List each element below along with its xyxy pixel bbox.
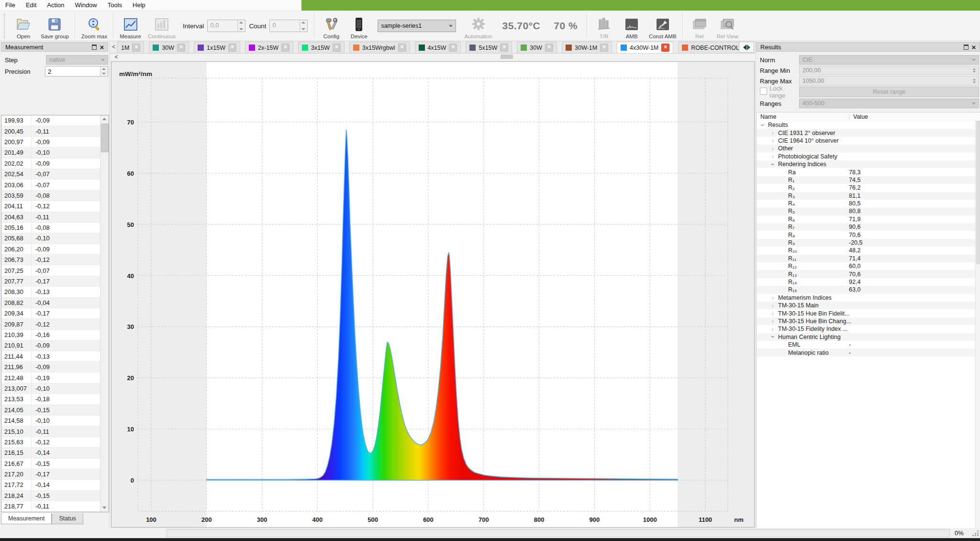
measurement-row[interactable]: 210,91-0,09: [1, 340, 100, 351]
tab-robe-control-236-[interactable]: ROBE-CONTROL-236-×: [678, 42, 739, 53]
resize-grip-icon[interactable]: [972, 530, 979, 538]
measurement-row[interactable]: 208,82-0,04: [1, 298, 100, 308]
scroll-down-icon[interactable]: [100, 504, 109, 512]
tree-item-r-[interactable]: R₁₄92,4: [757, 278, 980, 286]
tab-close-button[interactable]: ×: [661, 44, 669, 52]
close-panel-button[interactable]: ×: [970, 44, 978, 51]
measurement-row[interactable]: 209,34-0,17: [1, 308, 100, 319]
scrollbar-thumb[interactable]: [101, 124, 109, 152]
measurement-row[interactable]: 216,67-0,15: [1, 459, 100, 469]
range-min-input[interactable]: 200,00: [799, 66, 979, 75]
device-button[interactable]: Device: [345, 11, 373, 40]
tree-item-cie-1964-10-observer[interactable]: ›CIE 1964 10° observer: [757, 137, 980, 145]
spinner-arrows-icon[interactable]: [973, 79, 976, 83]
tree-item-tm-30-15-main[interactable]: ›TM-30-15 Main: [757, 302, 980, 309]
measurement-row[interactable]: 203,59-0,08: [1, 191, 100, 201]
tab-5x15w[interactable]: 5x15W×: [466, 42, 512, 53]
measurement-row[interactable]: 212,48-0,19: [1, 372, 100, 383]
float-panel-button[interactable]: [90, 44, 98, 51]
measurement-row[interactable]: 206,20-0,09: [1, 244, 100, 255]
measurement-row[interactable]: 208,30-0,13: [1, 287, 100, 297]
tab-3x15wrgbwl[interactable]: 3x15Wrgbwl×: [349, 42, 410, 53]
results-tree-scrollbar[interactable]: [975, 121, 980, 537]
measurement-row[interactable]: 213,007-0,10: [1, 383, 100, 394]
scrollbar-thumb[interactable]: [976, 121, 980, 264]
panel-splitter[interactable]: [755, 41, 756, 538]
measurement-row[interactable]: 202,02-0,09: [1, 158, 100, 169]
chevron-collapsed-icon[interactable]: ›: [769, 137, 776, 144]
measure-button[interactable]: Measure: [116, 11, 145, 40]
tree-item-r-[interactable]: R₉-20,5: [757, 239, 980, 247]
tree-item-other[interactable]: ›Other: [757, 145, 980, 152]
measurement-row[interactable]: 215,10-0,11: [1, 426, 100, 437]
measurement-row[interactable]: 215,63-0,12: [1, 437, 100, 448]
tab-scroll-left-icon[interactable]: <: [111, 44, 117, 51]
float-panel-button[interactable]: [962, 44, 970, 51]
count-input[interactable]: 0: [269, 20, 308, 32]
interval-spinner-arrows-icon[interactable]: [237, 20, 245, 32]
scroll-up-icon[interactable]: [100, 115, 109, 123]
tab-close-button[interactable]: ×: [545, 44, 553, 52]
tab-close-button[interactable]: ×: [132, 44, 140, 52]
measurement-row[interactable]: 204,11-0,12: [1, 201, 100, 212]
tab-1x15w[interactable]: 1x15W×: [194, 42, 240, 53]
tree-item-tm-30-15-hue-bin-fidelit-[interactable]: ›TM-30-15 Hue Bin Fidelit...: [757, 309, 980, 317]
measurement-row[interactable]: 200,45-0,11: [1, 126, 100, 136]
tree-item-r-[interactable]: R₃81,1: [757, 192, 980, 200]
tree-item-human-centric-lighting[interactable]: ›Human Centric Lighting: [757, 333, 980, 341]
tree-item-melanopic-ratio[interactable]: Melanopic ratio-: [757, 349, 980, 356]
continuous-button[interactable]: Continuous: [145, 11, 179, 40]
rel-view-button[interactable]: Rel View: [713, 11, 742, 40]
tab-measurement[interactable]: Measurement: [1, 513, 52, 524]
tab-close-button[interactable]: ×: [177, 44, 185, 52]
amb-button[interactable]: AMB: [618, 11, 646, 40]
tab-status[interactable]: Status: [52, 513, 83, 524]
tab-1m[interactable]: 1M×: [117, 42, 144, 53]
chevron-collapsed-icon[interactable]: ›: [769, 302, 776, 309]
measurement-row[interactable]: 203,06-0,07: [1, 180, 100, 190]
measurement-row[interactable]: 205,68-0,10: [1, 233, 100, 244]
tree-item-r-[interactable]: R₆71,9: [757, 215, 980, 223]
series-select[interactable]: sample-series1: [378, 20, 456, 32]
menu-edit[interactable]: Edit: [21, 0, 42, 11]
measurement-row[interactable]: 211,44-0,13: [1, 351, 100, 362]
scrollbar-thumb[interactable]: [501, 55, 513, 59]
chevron-expanded-icon[interactable]: ›: [759, 122, 767, 128]
tab-30w[interactable]: 30W×: [149, 42, 189, 53]
tab-3x15w[interactable]: 3x15W×: [298, 42, 345, 53]
spinner-arrows-icon[interactable]: [973, 68, 976, 73]
tree-item-r-[interactable]: R₄80,5: [757, 200, 980, 207]
tr-button[interactable]: T/R: [590, 11, 618, 40]
measurement-row[interactable]: 209,87-0,12: [1, 319, 100, 329]
tree-item-r-[interactable]: R₂76,2: [757, 184, 980, 192]
measurement-row[interactable]: 206,73-0,12: [1, 255, 100, 265]
ranges-select[interactable]: 400-500: [799, 99, 979, 108]
measurement-row[interactable]: 200,97-0,09: [1, 137, 100, 147]
tree-item-r-[interactable]: R₈70,6: [757, 231, 980, 238]
chevron-collapsed-icon[interactable]: ›: [769, 294, 776, 301]
measurement-row[interactable]: 218,24-0,15: [1, 491, 100, 501]
precision-input[interactable]: 2: [45, 66, 108, 77]
tree-item-photobiological-safety[interactable]: ›Photobiological Safety: [757, 153, 980, 160]
tab-close-button[interactable]: ×: [600, 44, 608, 52]
measurement-row[interactable]: 219,29-0,10: [1, 512, 100, 512]
tree-item-r-[interactable]: R₁₅63,0: [757, 286, 980, 293]
tree-item-r-[interactable]: R₇90,6: [757, 223, 980, 231]
tab-30w-1m[interactable]: 30W-1M×: [562, 42, 612, 53]
measurement-row[interactable]: 217,20-0,17: [1, 469, 100, 480]
menu-tools[interactable]: Tools: [102, 0, 127, 11]
menu-help[interactable]: Help: [127, 0, 151, 11]
tree-item-ra[interactable]: Ra78,3: [757, 168, 980, 176]
measurement-row[interactable]: 214,05-0,15: [1, 405, 100, 416]
measurement-row[interactable]: 216,15-0,14: [1, 448, 100, 458]
tree-item-r-[interactable]: R₁₁71,4: [757, 255, 980, 262]
measurement-row[interactable]: 218,77-0,11: [1, 501, 100, 512]
lock-range-checkbox[interactable]: [756, 88, 769, 96]
range-max-input[interactable]: 1050,00: [799, 76, 979, 86]
tree-item-r-[interactable]: R₅80,8: [757, 207, 980, 215]
menu-window[interactable]: Window: [70, 0, 102, 11]
tree-item-rendering-indices[interactable]: ›Rendering Indices: [757, 160, 980, 168]
toolbar-drag-handle[interactable]: [4, 13, 7, 38]
measurement-row[interactable]: 199,93-0,09: [1, 115, 100, 126]
tab-scroll-buttons[interactable]: [739, 42, 754, 53]
